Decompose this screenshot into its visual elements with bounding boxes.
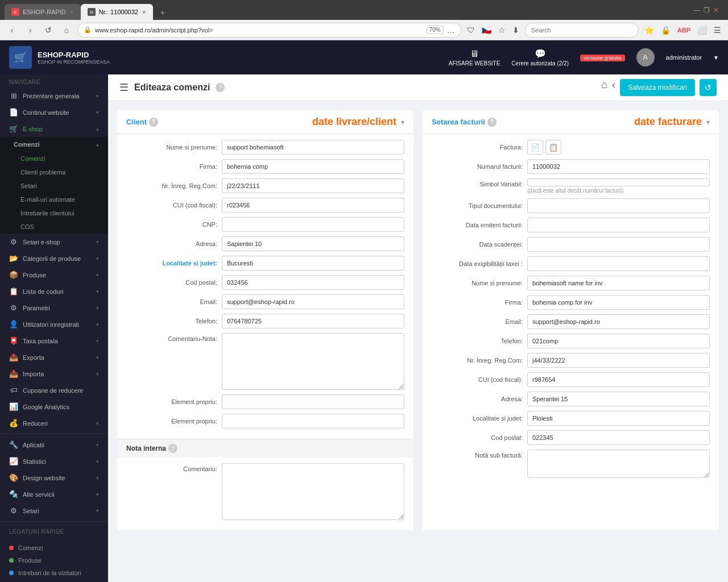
sidebar-item-design[interactable]: 🎨 Design website ▾: [0, 469, 108, 486]
input-simbol-variabil[interactable]: [527, 178, 710, 186]
input-cnp[interactable]: [222, 217, 404, 232]
save-button[interactable]: Salveaza modificari: [620, 79, 695, 96]
sidebar-item-importa[interactable]: 📥 Importa ▾: [0, 365, 108, 382]
sidebar-item-categorii[interactable]: 📂 Categorii de produse ▾: [0, 250, 108, 267]
new-tab-button[interactable]: +: [155, 5, 170, 20]
sidebar-item-setari-eshop[interactable]: ⚙ Setari e-shop ▾: [0, 234, 108, 250]
tabs-icon[interactable]: ⬜: [695, 24, 709, 36]
sidebar-item-google[interactable]: 📊 Google Analytics: [0, 398, 108, 415]
input-facturare-firma[interactable]: [527, 295, 710, 310]
lock-icon[interactable]: 🔒: [659, 24, 673, 36]
input-facturare-nr-inreg[interactable]: [527, 353, 710, 368]
afisare-website-btn[interactable]: 🖥 AFISARE WEBSITE: [449, 49, 500, 66]
sidebar-item-aplicatii[interactable]: 🔧 Aplicatii ▾: [0, 436, 108, 453]
client-section-title: date livrare/client: [312, 116, 396, 128]
input-email[interactable]: [222, 294, 404, 309]
factura-btn-1[interactable]: 📄: [527, 140, 543, 155]
sidebar-subitem-emails[interactable]: E-mail-uri automate: [0, 193, 108, 206]
home-button[interactable]: ⌂: [59, 23, 74, 38]
input-tipul-doc[interactable]: [527, 198, 710, 213]
cerere-autorizata-btn[interactable]: 💬 Cerere autorizata (2/2): [511, 48, 569, 66]
facturare-help-icon[interactable]: ?: [487, 118, 497, 127]
mail-icon: 📮: [9, 336, 18, 345]
sidebar-subitem-setari-c[interactable]: Setari: [0, 179, 108, 193]
legaturi-item-intrebari[interactable]: Intrebari de la vizitatori: [0, 567, 108, 579]
browser-tab-active[interactable]: N Nr.: 11000032 ✕: [81, 4, 153, 20]
sidebar-item-continut[interactable]: 📄 Continut website ▾: [0, 104, 108, 120]
sidebar-item-taxa[interactable]: 📮 Taxa postala ▾: [0, 332, 108, 349]
form-columns: Client ? date livrare/client ▾ Nume si p…: [108, 101, 728, 539]
search-input[interactable]: [525, 23, 639, 38]
input-adresa[interactable]: [222, 236, 404, 251]
input-facturare-cui[interactable]: [527, 372, 710, 387]
sidebar-item-setari[interactable]: ⚙ Setari ▾: [0, 502, 108, 519]
sidebar-item-lista[interactable]: 📋 Lista de coduri ▾: [0, 283, 108, 300]
sidebar-item-comenzi-group[interactable]: Comenzi ▴: [0, 137, 108, 152]
hamburger-icon[interactable]: ☰: [119, 81, 129, 94]
input-cod-postal[interactable]: [222, 275, 404, 290]
tab-close-eshop[interactable]: ✕: [69, 9, 74, 15]
star-icon[interactable]: ☆: [496, 24, 508, 36]
input-facturare-email[interactable]: [527, 314, 710, 329]
factura-btn-2[interactable]: 📋: [545, 140, 561, 155]
textarea-nota-sub-factura[interactable]: [527, 450, 710, 478]
tab-close-active[interactable]: ✕: [142, 9, 146, 15]
back-page-icon[interactable]: ‹: [612, 79, 615, 96]
forward-button[interactable]: ›: [23, 23, 38, 38]
input-nume-prenume[interactable]: [222, 140, 404, 155]
page-title-help-icon[interactable]: ?: [216, 83, 225, 92]
input-facturare-adresa[interactable]: [527, 392, 710, 406]
legaturi-item-comenzi[interactable]: Comenzi: [0, 542, 108, 554]
sidebar-subitem-clienti[interactable]: Clienti problema: [0, 165, 108, 179]
sidebar-item-utilizatori[interactable]: 👤 Utilizatori inregistrati ▾: [0, 316, 108, 332]
menu-icon[interactable]: ☰: [712, 24, 723, 36]
nav-label: Navigare: [0, 74, 108, 88]
input-telefon[interactable]: [222, 314, 404, 329]
client-help-icon[interactable]: ?: [149, 118, 158, 127]
browser-tab-eshop[interactable]: E ESHOP-RAPID ✕: [5, 4, 81, 20]
reload-button[interactable]: ↺: [41, 23, 56, 38]
chevron-icon-taxa: ▾: [96, 338, 99, 344]
input-firma[interactable]: [222, 159, 404, 174]
back-button[interactable]: ‹: [5, 23, 19, 38]
sidebar-item-exporta[interactable]: 📤 Exporta ▾: [0, 349, 108, 365]
input-facturare-localitate[interactable]: [527, 411, 710, 426]
textarea-nota-comentariu[interactable]: [222, 463, 404, 520]
sidebar-item-parametri[interactable]: ⚙ Parametri ▾: [0, 300, 108, 316]
abp-icon[interactable]: ABP: [675, 26, 693, 35]
input-facturare-cod-postal[interactable]: [527, 430, 710, 445]
input-data-emiterii[interactable]: [527, 218, 710, 232]
input-data-scadentei[interactable]: [527, 237, 710, 252]
admin-dropdown-icon[interactable]: ▼: [713, 55, 719, 61]
input-element1[interactable]: [222, 394, 404, 409]
sidebar-subitem-comenzi[interactable]: Comenzi: [0, 152, 108, 165]
sidebar-subitem-intrebari[interactable]: Intrebarile clientului: [0, 206, 108, 220]
chevron-icon-parametri: ▾: [96, 305, 99, 311]
legaturi-item-produse[interactable]: Produse: [0, 554, 108, 567]
row-facturare-cui: CUI (cod fiscal):: [432, 372, 710, 387]
input-element2[interactable]: [222, 414, 404, 429]
sidebar-item-produse[interactable]: 📦 Produse ▾: [0, 267, 108, 283]
input-nr-inreg[interactable]: [222, 178, 404, 193]
nota-interna-help-icon[interactable]: ?: [168, 444, 177, 453]
home-page-icon[interactable]: ⌂: [601, 79, 607, 96]
sidebar-item-prezentare[interactable]: ⊞ Prezentare generala ▾: [0, 88, 108, 104]
label-adresa: Adresa:: [126, 240, 217, 247]
versiune-gratuita-badge: versiune gratuita: [580, 53, 625, 61]
input-cui[interactable]: [222, 198, 404, 213]
sidebar-item-eshop[interactable]: 🛒 E-shop ▴: [0, 120, 108, 137]
sidebar-subitem-cos[interactable]: COS: [0, 220, 108, 234]
input-numar-facturii[interactable]: [527, 159, 710, 174]
input-facturare-telefon[interactable]: [527, 334, 710, 348]
refresh-button[interactable]: ↺: [700, 79, 717, 96]
input-facturare-nume[interactable]: [527, 276, 710, 290]
extensions-icon[interactable]: ⭐: [642, 24, 656, 36]
input-data-exigibilitatii[interactable]: [527, 256, 710, 271]
download-icon[interactable]: ⬇: [510, 24, 522, 36]
textarea-comentariu[interactable]: [222, 333, 404, 390]
sidebar-item-cupoane[interactable]: 🏷 Cupoane de reducere: [0, 382, 108, 398]
sidebar-item-statistici[interactable]: 📈 Statistici ▾: [0, 453, 108, 469]
sidebar-item-alte[interactable]: 🔩 Alte servicii ▾: [0, 486, 108, 502]
sidebar-item-reduceri[interactable]: 💰 Reduceri ▾: [0, 415, 108, 431]
input-localitate[interactable]: [222, 256, 404, 271]
